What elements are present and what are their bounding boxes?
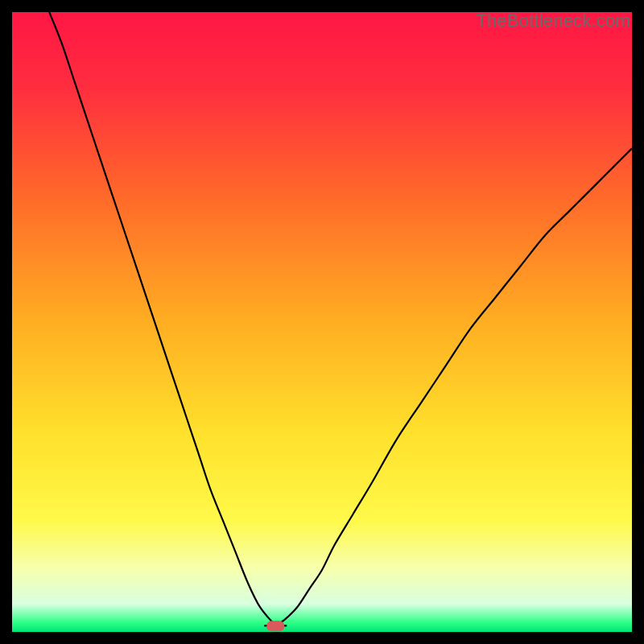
bottleneck-chart	[12, 12, 632, 632]
chart-frame: TheBottleneck.com	[12, 12, 632, 632]
optimal-marker	[266, 621, 284, 631]
watermark-text: TheBottleneck.com	[476, 10, 630, 31]
chart-background	[12, 12, 632, 632]
